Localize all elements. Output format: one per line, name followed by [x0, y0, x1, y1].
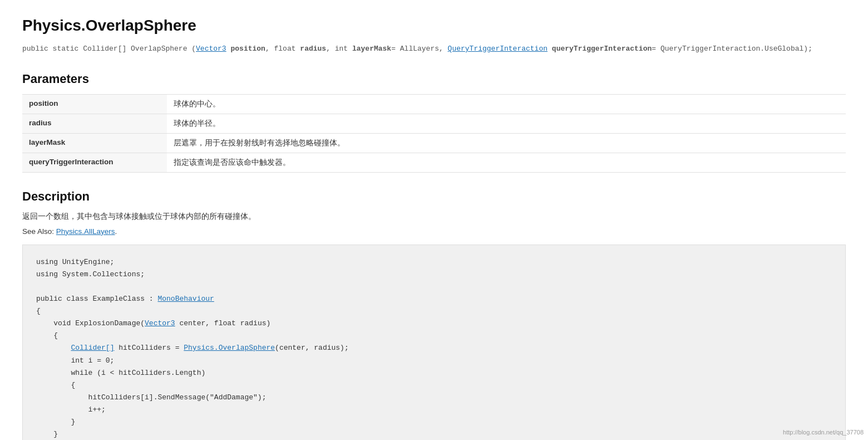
param-desc: 层遮罩，用于在投射射线时有选择地忽略碰撞体。: [167, 133, 846, 153]
sig-prefix: public static Collider[] OverlapSphere (: [22, 45, 196, 53]
see-also-link[interactable]: Physics.AllLayers: [56, 227, 115, 236]
overlap-link[interactable]: Physics.OverlapSphere: [184, 344, 275, 352]
code-block: using UnityEngine; using System.Collecti…: [22, 245, 846, 440]
page-title: Physics.OverlapSphere: [22, 17, 846, 35]
param-desc: 指定该查询是否应该命中触发器。: [167, 153, 846, 172]
table-row: layerMask层遮罩，用于在投射射线时有选择地忽略碰撞体。: [22, 133, 846, 153]
see-also-suffix: .: [115, 227, 117, 236]
param-desc: 球体的中心。: [167, 94, 846, 114]
description-text: 返回一个数组，其中包含与球体接触或位于球体内部的所有碰撞体。: [22, 212, 846, 222]
param-name: queryTriggerInteraction: [22, 153, 167, 172]
see-also-prefix: See Also:: [22, 227, 56, 236]
sig-end: queryTriggerInteraction= QueryTriggerInt…: [548, 45, 812, 53]
watermark: http://blog.csdn.net/qq_37708: [783, 429, 864, 436]
table-row: position球体的中心。: [22, 94, 846, 114]
param-name: radius: [22, 114, 167, 133]
table-row: queryTriggerInteraction指定该查询是否应该命中触发器。: [22, 153, 846, 172]
vector3-code-link[interactable]: Vector3: [145, 319, 175, 327]
see-also: See Also: Physics.AllLayers.: [22, 227, 846, 236]
param-name: layerMask: [22, 133, 167, 153]
description-heading: Description: [22, 189, 846, 204]
monobehaviour-link[interactable]: MonoBehaviour: [157, 295, 214, 303]
sig-vector3-link[interactable]: Vector3: [196, 45, 226, 53]
param-name: position: [22, 94, 167, 114]
code-call-rest: (center, radius); int i = 0; while (i < …: [36, 344, 349, 440]
parameters-heading: Parameters: [22, 72, 846, 86]
code-line1: using UnityEngine; using System.Collecti…: [36, 258, 157, 303]
sig-query-link[interactable]: QueryTriggerInteraction: [448, 45, 548, 53]
param-desc: 球体的半径。: [167, 114, 846, 133]
code-after-monobehaviour: { void ExplosionDamage(: [36, 307, 145, 327]
code-colliders: hitColliders =: [114, 344, 184, 352]
sig-middle: position, float radius, int layerMask= A…: [226, 45, 448, 53]
parameters-table: position球体的中心。radius球体的半径。layerMask层遮罩，用…: [22, 94, 846, 173]
table-row: radius球体的半径。: [22, 114, 846, 133]
collider-link[interactable]: Collider[]: [71, 344, 114, 352]
method-signature: public static Collider[] OverlapSphere (…: [22, 43, 846, 55]
